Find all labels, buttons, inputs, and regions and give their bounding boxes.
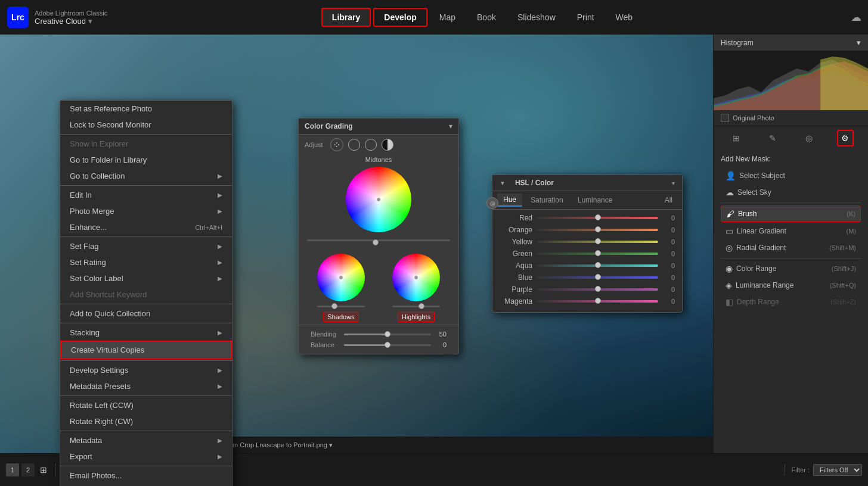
cg-adjust-circle1[interactable]	[348, 139, 360, 151]
menu-email-photos[interactable]: Email Photos...	[60, 468, 232, 484]
filmstrip-page-1[interactable]: 1	[6, 463, 19, 476]
menu-edit-in[interactable]: Edit In ▶	[60, 187, 232, 203]
lrc-icon: Lrc	[7, 7, 29, 28]
hsl-row-aqua: Aqua 0	[492, 260, 682, 272]
menu-lock-monitor[interactable]: Lock to Second Monitor	[60, 117, 232, 133]
luminance-range-item[interactable]: ◈ Luminance Range (Shift+Q)	[721, 278, 861, 293]
menu-arrow-metadata2: ▶	[218, 437, 222, 444]
cg-adjust-half[interactable]	[382, 139, 393, 151]
hsl-label-aqua: Aqua	[500, 261, 532, 270]
brush-item[interactable]: 🖌 Brush (K)	[721, 205, 861, 222]
menu-arrow-rating: ▶	[218, 259, 222, 266]
menu-folder-library[interactable]: Go to Folder in Library	[60, 152, 232, 168]
menu-enhance[interactable]: Enhance... Ctrl+Alt+I	[60, 219, 232, 235]
cloud-icon[interactable]: ☁	[844, 0, 868, 35]
brush-icon: 🖌	[726, 209, 734, 219]
hsl-title: HSL / Color	[515, 179, 554, 187]
menu-arrow-color-label: ▶	[218, 275, 222, 282]
hsl-track-purple[interactable]	[537, 288, 658, 291]
select-sky-item[interactable]: ☁ Select Sky	[721, 185, 861, 200]
logo-area: Lrc Adobe Lightroom Classic Creative Clo…	[0, 0, 119, 35]
histogram-header[interactable]: Histogram ▾	[714, 35, 868, 51]
luminance-range-shortcut: (Shift+Q)	[830, 282, 856, 289]
hsl-row-purple: Purple 0	[492, 284, 682, 295]
tab-library[interactable]: Library	[321, 8, 371, 27]
menu-photo-merge[interactable]: Photo Merge ▶	[60, 203, 232, 219]
color-range-item[interactable]: ◉ Color Range (Shift+J)	[721, 261, 861, 276]
hsl-track-magenta[interactable]	[537, 300, 658, 303]
menu-arrow-edit-in: ▶	[218, 192, 222, 198]
hsl-tab-all[interactable]: All	[660, 194, 677, 206]
linear-gradient-icon: ▭	[726, 226, 733, 236]
menu-set-reference[interactable]: Set as Reference Photo	[60, 101, 232, 117]
hsl-dropdown-icon[interactable]: ▾	[672, 180, 675, 186]
mask-section: Add New Mask: 👤 Select Subject ☁ Select …	[714, 150, 868, 316]
tab-print[interactable]: Print	[568, 9, 604, 26]
brush-label: Brush	[738, 210, 757, 218]
menu-set-rating[interactable]: Set Rating ▶	[60, 254, 232, 270]
filmstrip-grid-btn[interactable]: ⊞	[37, 463, 50, 476]
menu-set-flag[interactable]: Set Flag ▶	[60, 238, 232, 254]
hsl-track-blue[interactable]	[537, 276, 658, 279]
menu-develop-settings[interactable]: Develop Settings ▶	[60, 362, 232, 378]
hsl-tab-hue[interactable]: Hue	[497, 194, 522, 207]
hsl-header: ▼ HSL / Color ▾	[492, 175, 682, 191]
shadows-wheel[interactable]	[317, 254, 365, 301]
radial-gradient-item[interactable]: ◎ Radial Gradient (Shift+M)	[721, 240, 861, 256]
menu-rotate-right[interactable]: Rotate Right (CW)	[60, 413, 232, 429]
radial-gradient-icon: ◎	[726, 243, 733, 253]
hsl-track-orange[interactable]	[537, 229, 658, 231]
menu-create-virtual-copies[interactable]: Create Virtual Copies	[60, 341, 232, 359]
crop-tool[interactable]: ⊞	[728, 130, 745, 147]
menu-add-quick-collection[interactable]: Add to Quick Collection	[60, 306, 232, 322]
select-subject-item[interactable]: 👤 Select Subject	[721, 168, 861, 183]
menu-export[interactable]: Export ▶	[60, 448, 232, 465]
tab-web[interactable]: Web	[606, 9, 643, 26]
original-photo-checkbox[interactable]	[721, 114, 729, 122]
balance-track[interactable]	[344, 344, 431, 346]
hsl-track-aqua[interactable]	[537, 264, 658, 267]
menu-set-color-label[interactable]: Set Color Label ▶	[60, 270, 232, 286]
blending-track[interactable]	[344, 334, 431, 335]
color-grading-header[interactable]: Color Grading ▾	[299, 119, 458, 135]
midtones-wheel[interactable]	[346, 167, 411, 232]
menu-metadata[interactable]: Metadata ▶	[60, 432, 232, 448]
cg-adjust-clusters[interactable]: ⁘	[330, 138, 343, 151]
hsl-tab-luminance[interactable]: Luminance	[572, 194, 619, 206]
app-title-bottom[interactable]: Creative Cloud ▾	[35, 17, 107, 26]
tab-develop[interactable]: Develop	[373, 8, 427, 27]
menu-add-shortcut-keyword[interactable]: Add Shortcut Keyword	[60, 286, 232, 303]
hsl-label-yellow: Yellow	[500, 238, 532, 246]
masking-tool[interactable]: ⚙	[837, 130, 854, 147]
hsl-track-yellow[interactable]	[537, 241, 658, 243]
tab-book[interactable]: Book	[467, 9, 506, 26]
midtones-wheel-container	[299, 164, 458, 235]
hsl-track-red[interactable]	[537, 217, 658, 219]
red-eye-tool[interactable]: ◎	[801, 130, 817, 147]
menu-goto-collection[interactable]: Go to Collection ▶	[60, 168, 232, 184]
app-title: Adobe Lightroom Classic Creative Cloud ▾	[35, 10, 107, 26]
filename-bar: m Crop Lnascape to Portrait.png ▾	[227, 437, 713, 453]
menu-metadata-presets[interactable]: Metadata Presets ▶	[60, 378, 232, 394]
highlights-wheel-wrap: Highlights	[392, 254, 440, 322]
hsl-tab-saturation[interactable]: Saturation	[525, 194, 569, 206]
menu-rotate-left[interactable]: Rotate Left (CCW)	[60, 397, 232, 413]
hsl-target-btn[interactable]: ◎	[486, 197, 498, 209]
menu-remove-photos[interactable]: Remove Photos...	[60, 484, 232, 486]
shadows-wheel-wrap: Shadows	[317, 254, 365, 322]
filmstrip-page-2[interactable]: 2	[21, 463, 35, 476]
cg-adjust-circle2[interactable]	[365, 139, 377, 151]
menu-show-explorer[interactable]: Show in Explorer	[60, 136, 232, 152]
hsl-expand-icon[interactable]: ▼	[500, 180, 506, 186]
highlights-wheel[interactable]	[392, 254, 440, 301]
hsl-track-green[interactable]	[537, 253, 658, 255]
menu-arrow-photo-merge: ▶	[218, 208, 222, 214]
filter-select[interactable]: Filters Off	[813, 464, 862, 476]
heal-tool[interactable]: ✎	[764, 130, 781, 147]
menu-stacking[interactable]: Stacking ▶	[60, 325, 232, 341]
tab-slideshow[interactable]: Slideshow	[508, 9, 565, 26]
menu-shortcut-enhance: Ctrl+Alt+I	[195, 224, 222, 231]
depth-range-item[interactable]: ◧ Depth Range (Shift+Z)	[721, 294, 861, 310]
tab-map[interactable]: Map	[430, 9, 465, 26]
linear-gradient-item[interactable]: ▭ Linear Gradient (M)	[721, 223, 861, 239]
